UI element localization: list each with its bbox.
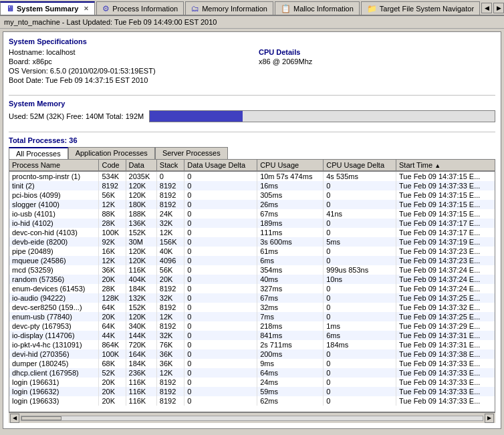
scroll-thumb[interactable] xyxy=(21,416,61,420)
cell-row11-col2: 404K xyxy=(126,275,156,284)
table-row[interactable]: random (57356)20K404K20K040ms10nsTue Feb… xyxy=(9,275,495,284)
cell-row18-col6: 184ms xyxy=(324,340,396,349)
table-row[interactable]: io-usb (4101)88K188K24K067ms41nsTue Feb … xyxy=(9,209,495,219)
table-row[interactable]: io-audio (94222)128K132K32K067ms0Tue Feb… xyxy=(9,293,495,303)
process-table: Process Name Code Data Stack Data Usage … xyxy=(9,160,495,406)
cell-row21-col2: 236K xyxy=(126,368,156,378)
tab-system-summary[interactable]: 🖥 System Summary ✕ xyxy=(0,1,95,15)
table-row[interactable]: devc-ser8250 (159...)64K152K8192032ms0Tu… xyxy=(9,303,495,312)
col-header-cpu-usage[interactable]: CPU Usage xyxy=(257,160,324,171)
cell-row7-col4: 0 xyxy=(184,237,257,247)
cell-row10-col6: 999us 853ns xyxy=(324,265,396,275)
tab-scroll-left-btn[interactable]: ◀ xyxy=(481,3,492,13)
table-row[interactable]: login (196633)20K116K8192062ms0Tue Feb 0… xyxy=(9,396,495,406)
col-header-cpu-delta[interactable]: CPU Usage Delta xyxy=(324,160,396,171)
cell-row5-col7: Tue Feb 09 14:37:17 E... xyxy=(396,219,495,228)
cell-row2-col5: 305ms xyxy=(257,190,324,200)
cell-row12-col5: 327ms xyxy=(257,284,324,293)
scroll-track[interactable] xyxy=(21,416,483,421)
cell-row7-col3: 156K xyxy=(156,237,184,247)
table-row[interactable]: dhcp.client (167958)52K236K12K064ms0Tue … xyxy=(9,368,495,378)
col-header-name[interactable]: Process Name xyxy=(9,160,99,171)
memory-used-text: Used: 52M (32K) Free: 140M Total: 192M xyxy=(9,112,144,120)
cell-row17-col6: 6ms xyxy=(324,331,396,340)
tab-filesystem[interactable]: 📁 Target File System Navigator xyxy=(361,1,480,15)
cell-row14-col3: 8192 xyxy=(156,303,184,312)
cell-row16-col2: 340K xyxy=(126,321,156,331)
cell-row14-col0: devc-ser8250 (159...) xyxy=(9,303,99,312)
table-row[interactable]: enum-devices (61453)28K184K81920327ms0Tu… xyxy=(9,284,495,293)
cell-row1-col7: Tue Feb 09 14:37:33 E... xyxy=(396,181,495,190)
table-row[interactable]: login (196631)20K116K8192024ms0Tue Feb 0… xyxy=(9,378,495,387)
tab-process-info[interactable]: ⚙ Process Information xyxy=(96,1,184,15)
col-header-stack[interactable]: Stack xyxy=(156,160,184,171)
table-row[interactable]: devb-eide (8200)92K30M156K03s 600ms5msTu… xyxy=(9,237,495,247)
table-row[interactable]: procnto-smp-instr (1)534K2035K0010m 57s … xyxy=(9,171,495,181)
cell-row0-col3: 0 xyxy=(156,171,184,181)
table-row[interactable]: devi-hid (270356)100K164K36K0200ms0Tue F… xyxy=(9,349,495,359)
cell-row4-col3: 24K xyxy=(156,209,184,219)
cell-row15-col4: 0 xyxy=(184,312,257,321)
cell-row9-col7: Tue Feb 09 14:37:23 E... xyxy=(396,256,495,265)
tab-close-icon[interactable]: ✕ xyxy=(84,5,89,12)
table-row[interactable]: devc-pty (167953)64K340K81920218ms1msTue… xyxy=(9,321,495,331)
col-header-start-time[interactable]: Start Time ▲ xyxy=(396,160,495,171)
cell-row0-col1: 534K xyxy=(99,171,126,181)
cell-row4-col6: 41ns xyxy=(324,209,396,219)
tab-application-processes[interactable]: Application Processes xyxy=(68,147,155,159)
cell-row24-col5: 62ms xyxy=(257,396,324,406)
table-row[interactable]: slogger (4100)12K180K8192026ms0Tue Feb 0… xyxy=(9,200,495,209)
cell-row10-col5: 354ms xyxy=(257,265,324,275)
malloc-icon: 📋 xyxy=(281,4,291,13)
cell-row12-col4: 0 xyxy=(184,284,257,293)
memory-bar-bg xyxy=(149,110,495,122)
cell-row6-col1: 100K xyxy=(99,228,126,237)
cell-row24-col0: login (196633) xyxy=(9,396,99,406)
cell-row16-col0: devc-pty (167953) xyxy=(9,321,99,331)
tab-scroll-right-btn[interactable]: ▶ xyxy=(493,3,504,13)
bottom-scrollbar[interactable]: ◀ ▶ xyxy=(9,412,495,423)
cell-row17-col2: 144K xyxy=(126,331,156,340)
memory-title: System Memory xyxy=(9,100,495,108)
table-row[interactable]: login (196632)20K116K8192059ms0Tue Feb 0… xyxy=(9,387,495,396)
tab-malloc-info[interactable]: 📋 Malloc Information xyxy=(275,1,360,15)
cell-row11-col1: 20K xyxy=(99,275,126,284)
table-row[interactable]: dumper (180245)68K184K36K09ms0Tue Feb 09… xyxy=(9,359,495,368)
cell-row12-col3: 8192 xyxy=(156,284,184,293)
table-row[interactable]: io-pkt-v4-hc (131091)864K720K76K02s 711m… xyxy=(9,340,495,349)
tab-memory-info-label: Memory Information xyxy=(202,5,267,13)
tab-memory-info[interactable]: 🗂 Memory Information xyxy=(185,1,273,15)
boot-label: Boot Date: xyxy=(9,76,43,84)
table-row[interactable]: mcd (53259)36K116K56K0354ms999us 853nsTu… xyxy=(9,265,495,275)
tab-all-processes[interactable]: All Processes xyxy=(9,147,68,159)
table-row[interactable]: enum-usb (77840)20K120K12K07ms0Tue Feb 0… xyxy=(9,312,495,321)
cell-row2-col0: pci-bios (4099) xyxy=(9,190,99,200)
cell-row2-col6: 0 xyxy=(324,190,396,200)
process-table-container[interactable]: Process Name Code Data Stack Data Usage … xyxy=(9,159,495,412)
table-row[interactable]: pipe (20489)16K120K40K061ms0Tue Feb 09 1… xyxy=(9,247,495,256)
cell-row12-col2: 184K xyxy=(126,284,156,293)
cell-row7-col0: devb-eide (8200) xyxy=(9,237,99,247)
table-row[interactable]: io-hid (4102)28K136K32K0189ms0Tue Feb 09… xyxy=(9,219,495,228)
col-header-data-delta[interactable]: Data Usage Delta xyxy=(184,160,257,171)
scroll-right-btn[interactable]: ▶ xyxy=(485,414,494,423)
hostname-row: Hostname: localhost xyxy=(9,48,245,56)
cell-row7-col6: 5ms xyxy=(324,237,396,247)
tab-server-processes[interactable]: Server Processes xyxy=(155,147,228,159)
table-row[interactable]: pci-bios (4099)56K120K81920305ms0Tue Feb… xyxy=(9,190,495,200)
cell-row3-col4: 0 xyxy=(184,200,257,209)
table-row[interactable]: tinit (2)8192120K8192016ms0Tue Feb 09 14… xyxy=(9,181,495,190)
cell-row14-col1: 64K xyxy=(99,303,126,312)
cell-row18-col4: 0 xyxy=(184,340,257,349)
cell-row8-col3: 40K xyxy=(156,247,184,256)
hostname-label: Hostname: xyxy=(9,48,44,56)
table-row[interactable]: io-display (114706)44K144K32K0841ms6msTu… xyxy=(9,331,495,340)
col-header-code[interactable]: Code xyxy=(99,160,126,171)
table-row[interactable]: devc-con-hid (4103)100K152K12K0111ms0Tue… xyxy=(9,228,495,237)
col-header-data[interactable]: Data xyxy=(126,160,156,171)
table-row[interactable]: mqueue (24586)12K120K409606ms0Tue Feb 09… xyxy=(9,256,495,265)
machine-name: my_nto_machine xyxy=(4,18,60,26)
cell-row2-col3: 8192 xyxy=(156,190,184,200)
tab-nav-buttons: ◀ ▶ xyxy=(481,1,504,15)
scroll-left-btn[interactable]: ◀ xyxy=(10,414,19,423)
